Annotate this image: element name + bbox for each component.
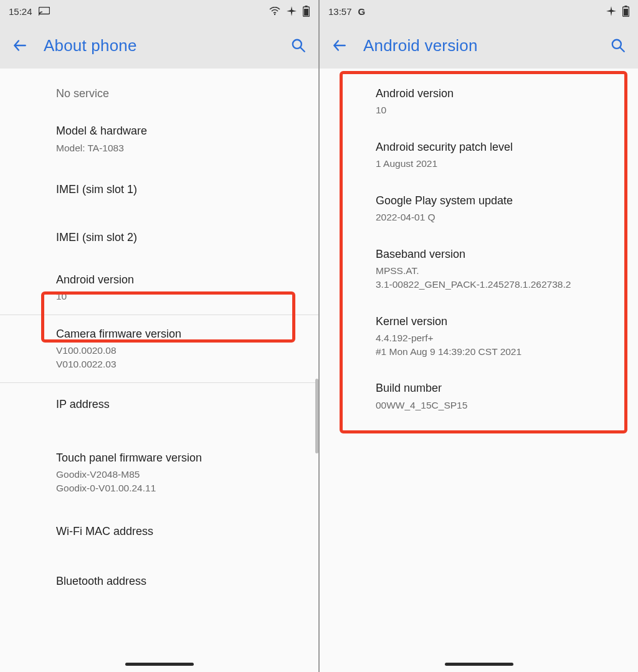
status-app-badge: G [358, 6, 366, 17]
phone-left: 15:24 About phone [0, 0, 319, 672]
item-label: No service [56, 86, 303, 101]
search-button[interactable] [606, 33, 631, 58]
back-button[interactable] [7, 33, 32, 58]
item-camera-firmware[interactable]: Camera firmware version V100.0020.08 V01… [0, 315, 318, 382]
battery-icon [303, 6, 310, 17]
item-label: IP address [56, 397, 303, 412]
item-label: IMEI (sim slot 1) [56, 182, 303, 197]
item-touch-panel[interactable]: Touch panel firmware version Goodix-V204… [0, 439, 318, 506]
item-label: Wi-Fi MAC address [56, 524, 303, 539]
nav-pill[interactable] [445, 663, 513, 666]
svg-rect-0 [39, 7, 49, 14]
item-label: IMEI (sim slot 2) [56, 230, 303, 245]
svg-rect-4 [304, 9, 308, 16]
svg-rect-8 [625, 6, 627, 7]
item-model-hardware[interactable]: Model & hardware Model: TA-1083 [0, 112, 318, 166]
status-time: 13:57 [328, 6, 352, 17]
item-build-number[interactable]: Build number 00WW_4_15C_SP15 [320, 369, 638, 423]
item-sub: 10 [56, 290, 303, 303]
svg-line-11 [620, 47, 624, 52]
battery-icon [622, 6, 629, 17]
item-sub: MPSS.AT. 3.1-00822_GEN_PACK-1.245278.1.2… [376, 264, 623, 291]
item-label: Touch panel firmware version [56, 450, 303, 465]
item-wifi-mac[interactable]: Wi-Fi MAC address [0, 506, 318, 556]
item-label: Bluetooth address [56, 574, 303, 589]
item-label: Android version [376, 86, 623, 101]
item-android-version[interactable]: Android version 10 [0, 261, 318, 315]
item-baseband[interactable]: Baseband version MPSS.AT. 3.1-00822_GEN_… [320, 235, 638, 303]
back-button[interactable] [327, 33, 352, 58]
status-bar: 15:24 [0, 0, 318, 22]
app-bar: About phone [0, 22, 318, 69]
item-label: Baseband version [376, 247, 623, 262]
item-sub: 2022-04-01 Q [376, 211, 623, 224]
item-sub: V100.0020.08 V010.0022.03 [56, 344, 303, 371]
status-time: 15:24 [9, 6, 32, 17]
item-sub: 1 August 2021 [376, 157, 623, 171]
svg-rect-3 [305, 6, 308, 7]
settings-list[interactable]: Android version 10 Android security patc… [320, 69, 638, 672]
item-security-patch[interactable]: Android security patch level 1 August 20… [320, 128, 638, 182]
item-label: Kernel version [376, 314, 623, 329]
item-sub: Model: TA-1083 [56, 141, 303, 155]
phone-right: 13:57 G Android version [319, 0, 638, 672]
item-label: Camera firmware version [56, 326, 303, 341]
nav-pill[interactable] [125, 663, 194, 666]
item-label: Android security patch level [376, 140, 623, 154]
item-label: Android version [56, 272, 303, 287]
item-label: Google Play system update [376, 193, 623, 208]
item-imei-2[interactable]: IMEI (sim slot 2) [0, 214, 318, 261]
item-sub: 4.4.192-perf+ #1 Mon Aug 9 14:39:20 CST … [376, 331, 623, 358]
app-bar: Android version [320, 22, 638, 69]
page-title: About phone [44, 36, 275, 55]
svg-point-1 [274, 14, 275, 15]
settings-list[interactable]: No service Model & hardware Model: TA-10… [0, 69, 318, 672]
item-sub: 10 [376, 103, 623, 117]
wifi-icon [269, 7, 280, 16]
item-label: Model & hardware [56, 123, 303, 138]
item-bluetooth[interactable]: Bluetooth address [0, 556, 318, 606]
scrollbar[interactable] [315, 379, 318, 453]
cast-icon [39, 7, 50, 16]
item-label: Build number [376, 381, 623, 395]
airplane-icon [606, 6, 616, 16]
search-button[interactable] [286, 33, 311, 58]
page-title: Android version [363, 36, 594, 55]
item-sub: 00WW_4_15C_SP15 [376, 399, 623, 412]
item-play-system-update[interactable]: Google Play system update 2022-04-01 Q [320, 182, 638, 235]
item-imei-1[interactable]: IMEI (sim slot 1) [0, 166, 318, 213]
item-sub: Goodix-V2048-M85 Goodix-0-V01.00.24.11 [56, 468, 303, 495]
item-ip-address[interactable]: IP address [0, 383, 318, 439]
status-bar: 13:57 G [320, 0, 638, 22]
airplane-icon [287, 6, 297, 16]
item-kernel[interactable]: Kernel version 4.4.192-perf+ #1 Mon Aug … [320, 303, 638, 370]
svg-rect-9 [624, 9, 628, 16]
item-no-service[interactable]: No service [0, 69, 318, 112]
item-android-version[interactable]: Android version 10 [320, 69, 638, 128]
svg-line-6 [300, 47, 305, 52]
